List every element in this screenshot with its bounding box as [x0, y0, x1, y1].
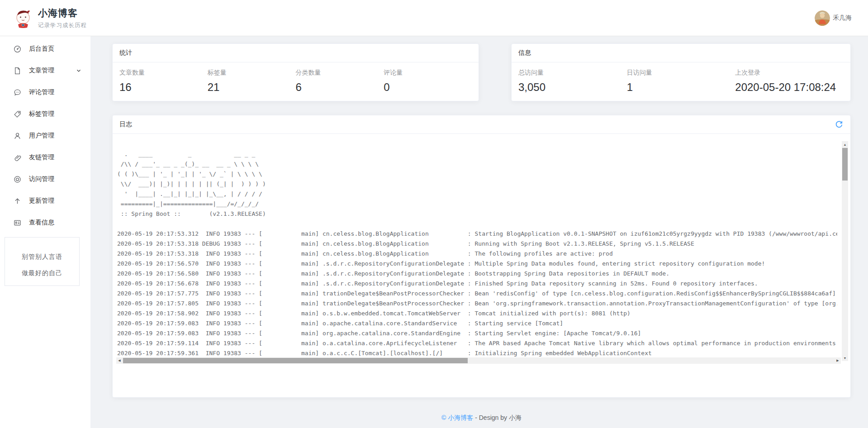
vertical-scrollbar[interactable]: ▲ ▼: [842, 141, 848, 361]
page-footer: © 小海博客 - Design by 小海: [112, 414, 851, 422]
stat-label: 分类数量: [296, 69, 384, 77]
sidebar-item-label: 标签管理: [29, 110, 81, 118]
sidebar-item-articles[interactable]: 文章管理: [0, 60, 90, 81]
stat-value: 21: [208, 81, 296, 94]
sidebar-item-updates[interactable]: 更新管理: [0, 190, 90, 212]
document-icon: [14, 67, 21, 75]
brand-text: 小海博客 记录学习成长历程: [38, 7, 87, 29]
sidebar-item-label: 用户管理: [29, 132, 81, 140]
user-name[interactable]: 禾几海: [833, 14, 852, 22]
scroll-up-button[interactable]: ▲: [842, 141, 848, 147]
user-menu[interactable]: 禾几海: [815, 10, 852, 26]
footer-site-link[interactable]: © 小海博客: [441, 414, 473, 421]
log-card: 日志 . ____ _ __ _ _ /\\ / ___'_ __ _ _(_)…: [112, 115, 851, 398]
id-card-icon: [14, 219, 21, 227]
info-card-body: 总访问量 3,050 日访问量 1 上次登录 2020-05-20 17:08:…: [512, 62, 850, 94]
tag-icon: [14, 110, 21, 118]
stat-comment-count: 评论量 0: [384, 69, 472, 94]
up-arrow-icon: [14, 197, 21, 205]
stat-value: 2020-05-20 17:08:24: [735, 81, 844, 94]
dashboard-icon: [14, 45, 21, 53]
info-card-header: 信息: [512, 44, 850, 62]
summary-cards-row: 统计 文章数量 16 标签量 21 分类数量 6 评论量 0: [112, 43, 851, 101]
sidebar-item-label: 更新管理: [29, 197, 81, 205]
scroll-right-button[interactable]: ▶: [835, 357, 841, 364]
info-card: 信息 总访问量 3,050 日访问量 1 上次登录 2020-05-20 17:…: [511, 43, 851, 101]
log-body: . ____ _ __ _ _ /\\ / ___'_ __ _ _(_)_ _…: [113, 134, 850, 397]
stat-value: 6: [296, 81, 384, 94]
sidebar-item-tags[interactable]: 标签管理: [0, 103, 90, 125]
motto-line-1: 别管别人言语: [5, 248, 79, 265]
user-icon: [14, 132, 21, 140]
sidebar-item-visits[interactable]: 访问管理: [0, 168, 90, 190]
horizontal-scrollbar[interactable]: ◀ ▶: [116, 357, 841, 364]
aim-icon: [14, 176, 21, 183]
stat-value: 16: [119, 81, 208, 94]
main-content: 统计 文章数量 16 标签量 21 分类数量 6 评论量 0: [90, 36, 868, 428]
brand: 小海博客 记录学习成长历程: [14, 7, 87, 29]
stat-label: 评论量: [384, 69, 472, 77]
horizontal-scrollbar-thumb[interactable]: [123, 358, 468, 363]
sidebar-item-label: 后台首页: [29, 45, 81, 53]
stat-category-count: 分类数量 6: [296, 69, 384, 94]
footer-credit-text: - Design by 小海: [473, 414, 522, 421]
sidebar-item-comments[interactable]: 评论管理: [0, 81, 90, 103]
info-card-title: 信息: [518, 49, 531, 57]
scroll-down-button[interactable]: ▼: [842, 355, 848, 361]
log-pre: . ____ _ __ _ _ /\\ / ___'_ __ _ _(_)_ _…: [117, 139, 837, 358]
sidebar-item-dashboard[interactable]: 后台首页: [0, 38, 90, 60]
stat-total-visits: 总访问量 3,050: [518, 69, 627, 94]
stat-last-login: 上次登录 2020-05-20 17:08:24: [735, 69, 844, 94]
sidebar-menu: 后台首页 文章管理: [0, 36, 90, 233]
sidebar-item-label: 访问管理: [29, 175, 81, 183]
chevron-down-icon[interactable]: [76, 68, 81, 73]
topbar: 小海博客 记录学习成长历程 禾几海: [0, 0, 868, 36]
stats-card-title: 统计: [119, 49, 132, 57]
sidebar-item-view-info[interactable]: 查看信息: [0, 212, 90, 233]
log-card-header: 日志: [113, 115, 850, 134]
sidebar-item-label: 查看信息: [29, 219, 81, 227]
scroll-left-button[interactable]: ◀: [116, 357, 123, 364]
site-subtitle: 记录学习成长历程: [38, 22, 87, 29]
sidebar: 后台首页 文章管理: [0, 36, 90, 428]
site-logo-icon: [14, 8, 33, 28]
stat-label: 日访问量: [627, 69, 735, 77]
sidebar-item-label: 文章管理: [29, 67, 76, 75]
motto-line-2: 做最好的自己: [5, 265, 79, 281]
stat-value: 0: [384, 81, 472, 94]
log-card-title: 日志: [119, 120, 132, 128]
stat-value: 3,050: [518, 81, 627, 94]
refresh-icon[interactable]: [835, 120, 843, 128]
user-avatar[interactable]: [815, 10, 830, 26]
sidebar-item-users[interactable]: 用户管理: [0, 125, 90, 147]
sidebar-item-label: 评论管理: [29, 88, 81, 96]
sidebar-item-label: 友链管理: [29, 153, 81, 162]
stat-label: 总访问量: [518, 69, 627, 77]
sidebar-item-friend-links[interactable]: 友链管理: [0, 147, 90, 168]
stat-daily-visits: 日访问量 1: [627, 69, 735, 94]
stats-card-body: 文章数量 16 标签量 21 分类数量 6 评论量 0: [113, 62, 479, 94]
stats-card-header: 统计: [113, 44, 479, 62]
stat-label: 文章数量: [119, 69, 208, 77]
stat-label: 上次登录: [735, 69, 844, 77]
motto-box: 别管别人言语 做最好的自己: [5, 237, 80, 286]
stat-value: 1: [627, 81, 735, 94]
site-title: 小海博客: [38, 7, 87, 19]
comment-icon: [14, 89, 21, 96]
stat-article-count: 文章数量 16: [119, 69, 208, 94]
stat-label: 标签量: [208, 69, 296, 77]
vertical-scrollbar-thumb[interactable]: [842, 148, 848, 181]
stats-card: 统计 文章数量 16 标签量 21 分类数量 6 评论量 0: [112, 43, 479, 101]
link-icon: [14, 154, 21, 162]
stat-tag-count: 标签量 21: [208, 69, 296, 94]
